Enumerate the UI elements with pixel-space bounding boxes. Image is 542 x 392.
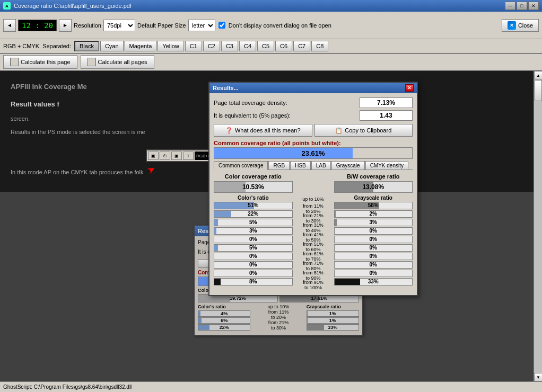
minimize-button[interactable]: ─ bbox=[505, 2, 515, 10]
bar-value: 0% bbox=[335, 245, 413, 251]
scroll-down-button[interactable]: ▼ bbox=[534, 373, 542, 381]
small-gray-bars: 1%1%33% bbox=[307, 310, 359, 331]
c2-btn[interactable]: C2 bbox=[203, 41, 220, 51]
color-ratio-label: Color's ratio bbox=[214, 195, 293, 201]
c1-btn[interactable]: C1 bbox=[185, 41, 202, 51]
ratio-bar-row: 22% bbox=[214, 210, 293, 218]
color-value: 10.53% bbox=[242, 183, 264, 191]
close-button[interactable]: ✕ Close bbox=[502, 19, 539, 32]
bar-value: 33% bbox=[335, 279, 413, 284]
mini-btn-4[interactable]: T bbox=[183, 152, 194, 160]
toolbar: ◄ 12 : 20 ► Resolution 75dpi150dpi300dpi… bbox=[0, 12, 542, 39]
paper-select[interactable]: letterA4 bbox=[188, 20, 215, 31]
range-column: up to 10%from 11%to 20%from 21%to 30%fro… bbox=[295, 173, 332, 291]
calc-all-button[interactable]: Calculate all pages bbox=[81, 55, 154, 69]
color-bars-container: 51%22%5%3%0%5%0%0%0%8% bbox=[214, 202, 293, 286]
ratio-bar-row: 0% bbox=[334, 227, 413, 235]
copy-label: Copy to Clipboard bbox=[345, 127, 391, 133]
what-btn[interactable]: ❓ What does all this mean? bbox=[214, 124, 312, 137]
close-button[interactable]: ✕ bbox=[528, 2, 539, 10]
bw-title: B/W coverage ratio bbox=[334, 173, 413, 180]
main-area: APFill Ink Coverage Me Result values f s… bbox=[0, 71, 542, 381]
bar-value: 3% bbox=[335, 219, 413, 225]
tab-common-coverage[interactable]: Common coverage bbox=[214, 161, 268, 170]
status-bar: GhostScript: C:\Program Files\gs\gs8.64\… bbox=[0, 381, 542, 392]
yellow-channel-btn[interactable]: Yellow bbox=[158, 41, 183, 51]
range-label: from 91%to 100% bbox=[295, 281, 332, 290]
mini-btn-1[interactable]: ▣ bbox=[148, 152, 159, 160]
mini-btn-3[interactable]: ▣ bbox=[171, 152, 182, 160]
window-controls: ─ □ ✕ bbox=[505, 2, 539, 10]
cyan-channel-btn[interactable]: Cyan bbox=[100, 41, 124, 51]
range-label: from 21%to 30% bbox=[295, 215, 332, 223]
dialog-btn-row: ❓ What does all this mean? 📋 Copy to Cli… bbox=[214, 124, 413, 137]
c6-btn[interactable]: C6 bbox=[275, 41, 292, 51]
bw-main-bar: 13.08% bbox=[334, 181, 413, 193]
c4-btn[interactable]: C4 bbox=[239, 41, 256, 51]
results-dialog: Results... ✕ Page total coverage density… bbox=[208, 82, 418, 296]
bar-value: 22% bbox=[214, 211, 292, 217]
small-gray-label: Grayscale ratio bbox=[307, 304, 359, 309]
coverage-label: Common coverage ratio (all points but wh… bbox=[214, 140, 413, 146]
scroll-thumb[interactable] bbox=[535, 80, 542, 101]
scroll-up-button[interactable]: ▲ bbox=[534, 71, 542, 79]
tab-hsb[interactable]: HSB bbox=[290, 161, 311, 170]
title-bar: A Coverage ratio C:\apfill\apfill_users_… bbox=[0, 0, 542, 12]
app-icon: A bbox=[3, 2, 11, 10]
scrollbar[interactable]: ▲ ▼ bbox=[534, 71, 542, 381]
bar-value: 0% bbox=[335, 262, 413, 268]
small-gray-bar: 1% bbox=[307, 317, 359, 324]
mini-btn-2[interactable]: ⏱ bbox=[160, 152, 170, 160]
ratio-bar-row: 3% bbox=[334, 219, 413, 226]
tab-cmyk-density[interactable]: CMYK density bbox=[365, 161, 408, 170]
coverage-value: 23.61% bbox=[301, 149, 325, 157]
scroll-track[interactable] bbox=[534, 79, 542, 373]
dialog-title-text: Results... bbox=[213, 85, 239, 91]
c7-btn[interactable]: C7 bbox=[293, 41, 310, 51]
bar-value: 58% bbox=[335, 202, 413, 208]
coverage-tables: Color coverage ratio 10.53% Color's rati… bbox=[214, 173, 413, 291]
copy-icon: 📋 bbox=[335, 127, 343, 134]
copy-clipboard-btn[interactable]: 📋 Copy to Clipboard bbox=[314, 124, 413, 137]
calc-page-button[interactable]: Calculate this page bbox=[3, 55, 77, 69]
prev-button[interactable]: ◄ bbox=[3, 19, 16, 32]
dialog-title-bar: Results... ✕ bbox=[209, 83, 417, 93]
ratio-bar-row: 3% bbox=[214, 227, 293, 235]
dialog-body: Page total coverage density: 7.13% It is… bbox=[209, 93, 417, 295]
range-label: from 31%to 40% bbox=[295, 224, 332, 233]
range-label: from 51%to 60% bbox=[295, 243, 332, 252]
bar-value: 3% bbox=[214, 228, 292, 234]
c8-btn[interactable]: C8 bbox=[311, 41, 328, 51]
bw-value: 13.08% bbox=[362, 183, 384, 191]
equiv-row: It is equivalent to (5% pages): 1.43 bbox=[214, 110, 413, 121]
calc-all-icon bbox=[88, 58, 96, 66]
ratio-bar-row: 0% bbox=[334, 244, 413, 252]
bar-value: 8% bbox=[214, 279, 292, 284]
c3-btn[interactable]: C3 bbox=[221, 41, 238, 51]
ratio-bar-row: 8% bbox=[214, 278, 293, 286]
black-channel-btn[interactable]: Black bbox=[74, 41, 99, 51]
maximize-button[interactable]: □ bbox=[517, 2, 527, 10]
range-label: up to 10% bbox=[295, 195, 332, 204]
ratio-bar-row: 0% bbox=[334, 236, 413, 243]
magenta-channel-btn[interactable]: Magenta bbox=[125, 41, 157, 51]
dialog-close-button[interactable]: ✕ bbox=[405, 84, 414, 92]
bar-value: 0% bbox=[335, 228, 413, 234]
calc-all-label: Calculate all pages bbox=[98, 59, 147, 65]
resolution-select[interactable]: 75dpi150dpi300dpi bbox=[103, 20, 135, 31]
bw-coverage-table: B/W coverage ratio 13.08% Grayscale rati… bbox=[334, 173, 413, 291]
equiv-value: 1.43 bbox=[360, 110, 413, 121]
no-dialog-checkbox[interactable] bbox=[218, 22, 225, 29]
equiv-label: It is equivalent to (5% pages): bbox=[214, 112, 360, 119]
next-button[interactable]: ► bbox=[59, 19, 72, 32]
paper-label: Default Paper Size bbox=[137, 22, 186, 29]
ratio-bar-row: 5% bbox=[214, 219, 293, 226]
ratio-bar-row: 0% bbox=[214, 253, 293, 260]
tab-grayscale[interactable]: Grayscale bbox=[331, 161, 365, 170]
density-value: 7.13% bbox=[360, 97, 413, 108]
ratio-bar-row: 0% bbox=[334, 270, 413, 277]
tab-rgb[interactable]: RGB bbox=[268, 161, 290, 170]
c5-btn[interactable]: C5 bbox=[257, 41, 274, 51]
tab-lab[interactable]: LAB bbox=[311, 161, 331, 170]
separated-label: Separated: bbox=[42, 43, 71, 49]
